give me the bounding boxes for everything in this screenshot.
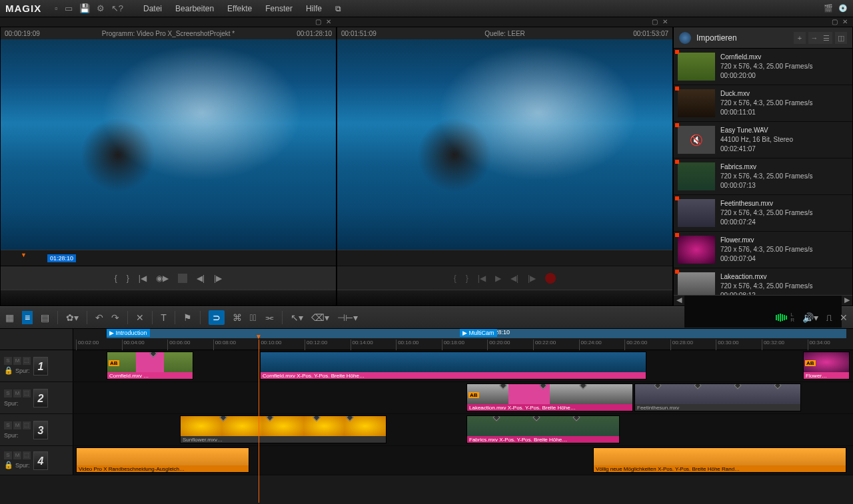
tutorial-icon[interactable]: ⧉: [335, 4, 341, 13]
redo-icon[interactable]: ↷: [111, 312, 119, 323]
record-icon[interactable]: [545, 273, 556, 284]
settings-icon[interactable]: ⚙: [97, 3, 105, 13]
clip-moeglichkeiten-title[interactable]: Völlig neue Möglichkeiten X-Pos. Y-Pos. …: [593, 447, 846, 473]
volume-icon[interactable]: 🔊▾: [802, 312, 818, 323]
group-icon[interactable]: ⌘: [233, 312, 242, 323]
import-item[interactable]: Cornfield.mxv720 x 576, 4:3, 25.00 Frame…: [674, 49, 852, 85]
solo-button[interactable]: S: [4, 389, 12, 397]
fx-button[interactable]: ⬚: [23, 357, 31, 365]
track-2-header[interactable]: SM⬚ Spur: 2: [0, 382, 73, 413]
step-forward-icon[interactable]: |▶: [528, 274, 536, 283]
lock-icon[interactable]: 🔒: [4, 461, 13, 469]
link-icon[interactable]: ⫘: [265, 312, 274, 323]
track-3-body[interactable]: Sunflower.mxv… Fabrics.mxv X-Pos. Y-Pos.…: [73, 414, 853, 445]
scroll-left-icon[interactable]: ◀: [674, 296, 684, 306]
eraser-icon[interactable]: ⌫▾: [311, 312, 329, 323]
mark-in-icon[interactable]: {: [115, 274, 117, 283]
pane-max-icon[interactable]: ▢: [652, 19, 658, 25]
import-scrollbar[interactable]: ◀ ▶: [674, 295, 852, 306]
import-view-grid-button[interactable]: ◫: [835, 32, 847, 44]
scroll-right-icon[interactable]: ▶: [842, 296, 852, 306]
marker-flag-icon[interactable]: ⚑: [183, 312, 192, 323]
pane-max-icon[interactable]: ▢: [832, 19, 838, 25]
import-item[interactable]: Flower.mxv720 x 576, 4:3, 25.00 Frames/s…: [674, 232, 852, 268]
menu-effekte[interactable]: Effekte: [227, 4, 252, 13]
mixer-icon[interactable]: ⎍: [826, 312, 832, 323]
track-4-body[interactable]: Video Pro X Randbeschneidung-Ausgleich… …: [73, 446, 853, 475]
import-list[interactable]: Cornfield.mxv720 x 576, 4:3, 25.00 Frame…: [674, 49, 852, 295]
menu-datei[interactable]: Datei: [143, 4, 162, 13]
clip-cornfield-2[interactable]: Cornfield.mxv X-Pos. Y-Pos. Breite Höhe…: [260, 352, 646, 379]
pane-close-icon[interactable]: ✕: [662, 19, 669, 25]
import-view-list-button[interactable]: ☰: [820, 32, 832, 44]
goto-start-icon[interactable]: |◀: [139, 274, 147, 283]
step-back-icon[interactable]: ◀|: [197, 274, 205, 283]
clip-fabrics[interactable]: Fabrics.mxv X-Pos. Y-Pos. Breite Höhe…: [466, 415, 620, 443]
track-1-body[interactable]: AB Cornfield.mxv … Cornfield.mxv X-Pos. …: [73, 350, 853, 381]
magnet-icon[interactable]: ⊃: [209, 310, 225, 325]
mute-button[interactable]: M: [13, 451, 21, 459]
export-disc-icon[interactable]: 💿: [838, 4, 848, 13]
solo-button[interactable]: S: [4, 421, 12, 429]
import-item[interactable]: 🔇 Easy Tune.WAV44100 Hz, 16 Bit, Stereo0…: [674, 122, 852, 158]
mute-button[interactable]: M: [13, 389, 21, 397]
new-icon[interactable]: ▫: [55, 3, 58, 13]
undo-icon[interactable]: ↶: [95, 312, 103, 323]
track-4-header[interactable]: SM⬚ 🔒Spur: 4: [0, 446, 73, 475]
mute-button[interactable]: M: [13, 421, 21, 429]
program-viewport[interactable]: [1, 39, 336, 250]
mark-in-icon[interactable]: {: [454, 274, 456, 283]
track-2-body[interactable]: AB Lakeaction.mxv X-Pos. Y-Pos. Breite H…: [73, 382, 853, 413]
save-icon[interactable]: 💾: [79, 3, 90, 13]
menu-fenster[interactable]: Fenster: [265, 4, 293, 13]
help-pointer-icon[interactable]: ↖?: [111, 3, 123, 13]
clip-sunflower[interactable]: Sunflower.mxv…: [180, 415, 387, 443]
import-item[interactable]: Feetinthesun.mxv720 x 576, 4:3, 25.00 Fr…: [674, 195, 852, 232]
track-3-header[interactable]: SM⬚ Spur: 3: [0, 414, 73, 445]
marker-multicam[interactable]: ▶ MultiCam: [460, 329, 497, 337]
import-item[interactable]: Fabrics.mxv720 x 576, 4:3, 25.00 Frames/…: [674, 158, 852, 195]
mouse-mode-icon[interactable]: ↖▾: [291, 312, 303, 323]
menu-bearbeiten[interactable]: Bearbeiten: [175, 4, 214, 13]
step-back-icon[interactable]: ◀|: [510, 274, 518, 283]
mute-button[interactable]: M: [13, 357, 21, 365]
step-forward-icon[interactable]: |▶: [214, 274, 222, 283]
close-toolbar-icon[interactable]: ✕: [840, 312, 848, 323]
open-icon[interactable]: ▭: [65, 3, 73, 13]
import-arrow-button[interactable]: →: [808, 32, 820, 44]
import-add-button[interactable]: +: [794, 32, 806, 44]
clip-lakeaction[interactable]: AB Lakeaction.mxv X-Pos. Y-Pos. Breite H…: [466, 383, 633, 411]
clip-videoprox-title[interactable]: Video Pro X Randbeschneidung-Ausgleich…: [76, 447, 249, 473]
goto-start-icon[interactable]: |◀: [478, 274, 486, 283]
track-1-header[interactable]: SM⬚ 🔒Spur: 1: [0, 350, 73, 381]
title-icon[interactable]: T: [161, 312, 167, 323]
source-ruler[interactable]: [337, 250, 672, 266]
pane-close-icon[interactable]: ✕: [842, 19, 849, 25]
pane-close-icon[interactable]: ✕: [326, 19, 333, 25]
play-icon[interactable]: ◉▶: [156, 274, 169, 283]
clip-flower[interactable]: AB Flower…: [803, 352, 850, 379]
view-scene-icon[interactable]: ▤: [41, 312, 49, 323]
program-jogwheel[interactable]: [1, 290, 336, 306]
timeline-playhead[interactable]: [259, 340, 259, 503]
solo-button[interactable]: S: [4, 451, 12, 459]
menu-hilfe[interactable]: Hilfe: [306, 4, 322, 13]
mark-out-icon[interactable]: }: [127, 274, 129, 283]
import-item[interactable]: Lakeaction.mxv720 x 576, 4:3, 25.00 Fram…: [674, 268, 852, 295]
fx-button[interactable]: ⬚: [23, 389, 31, 397]
clip-cornfield-1[interactable]: AB Cornfield.mxv …: [107, 352, 193, 379]
view-storyboard-icon[interactable]: ▦: [5, 312, 14, 323]
trim-icon[interactable]: ⊣⊢▾: [337, 312, 358, 323]
pane-max-icon[interactable]: ▢: [315, 19, 322, 25]
marker-introduction[interactable]: ▶ Introduction: [107, 329, 150, 337]
source-jogwheel[interactable]: [337, 290, 672, 306]
delete-icon[interactable]: ✕: [136, 312, 144, 323]
film-reel-icon[interactable]: ✿▾: [66, 312, 79, 323]
solo-button[interactable]: S: [4, 357, 12, 365]
lock-icon[interactable]: 🔒: [4, 366, 13, 375]
play-icon[interactable]: ▶: [495, 274, 501, 283]
playhead-marker-icon[interactable]: ▼: [21, 252, 27, 258]
stop-icon[interactable]: [178, 274, 187, 283]
ungroup-icon[interactable]: ⌘⃠: [250, 312, 257, 323]
import-item[interactable]: Duck.mxv720 x 576, 4:3, 25.00 Frames/s00…: [674, 85, 852, 122]
